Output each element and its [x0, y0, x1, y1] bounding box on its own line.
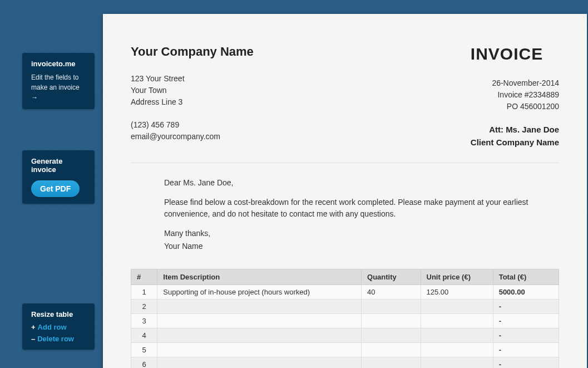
invoice-number[interactable]: Invoice #2334889	[471, 89, 559, 101]
hint-text: Edit the fields to make an invoice →	[31, 72, 86, 102]
table-row: 4-	[131, 328, 559, 343]
get-pdf-button[interactable]: Get PDF	[31, 180, 80, 197]
cell-total[interactable]: -	[493, 343, 559, 357]
table-row: 6-	[131, 357, 559, 369]
brand-title: invoiceto.me	[31, 60, 86, 68]
separator	[131, 163, 559, 163]
letter-signer[interactable]: Your Name	[164, 241, 537, 252]
client-att[interactable]: Att: Ms. Jane Doe	[471, 124, 559, 136]
table-row: 5-	[131, 343, 559, 357]
cell-qty[interactable]	[362, 343, 421, 357]
col-desc-header: Item Description	[157, 269, 362, 285]
cell-total[interactable]: -	[493, 328, 559, 343]
col-qty-header: Quantity	[362, 269, 421, 285]
company-name-field[interactable]: Your Company Name	[131, 45, 254, 59]
letter-body[interactable]: Dear Ms. Jane Doe, Please find below a c…	[164, 177, 537, 252]
col-total-header: Total (€)	[493, 269, 559, 285]
invoice-date[interactable]: 26-November-2014	[471, 77, 559, 89]
cell-unit[interactable]	[421, 357, 493, 369]
cell-desc[interactable]	[157, 300, 362, 314]
cell-desc[interactable]	[157, 357, 362, 369]
sidebar-intro: invoiceto.me Edit the fields to make an …	[22, 53, 95, 109]
cell-unit[interactable]	[421, 328, 493, 343]
cell-unit[interactable]	[421, 300, 493, 314]
cell-desc[interactable]	[157, 343, 362, 357]
cell-total[interactable]: -	[493, 300, 559, 314]
table-row: 2-	[131, 300, 559, 314]
cell-unit[interactable]	[421, 314, 493, 328]
cell-qty[interactable]	[362, 314, 421, 328]
cell-total[interactable]: -	[493, 314, 559, 328]
col-num-header: #	[131, 269, 157, 285]
cell-total[interactable]: 5000.00	[493, 285, 559, 300]
sidebar-resize: Resize table +Add row –Delete row	[22, 303, 95, 350]
cell-qty[interactable]: 40	[362, 285, 421, 300]
cell-desc[interactable]: Supporting of in-house project (hours wo…	[157, 285, 362, 300]
cell-unit[interactable]: 125.00	[421, 285, 493, 300]
address-line-3[interactable]: Address Line 3	[131, 96, 254, 108]
delete-row-button[interactable]: –Delete row	[31, 335, 86, 343]
invoice-paper: Your Company Name 123 Your Street Your T…	[103, 14, 587, 368]
email-field[interactable]: email@yourcompany.com	[131, 131, 254, 143]
address-line-1[interactable]: 123 Your Street	[131, 73, 254, 85]
address-line-2[interactable]: Your Town	[131, 85, 254, 96]
cell-num: 3	[131, 314, 157, 328]
client-company[interactable]: Client Company Name	[471, 136, 559, 149]
cell-num: 1	[131, 285, 157, 300]
cell-desc[interactable]	[157, 314, 362, 328]
letter-thanks[interactable]: Many thanks,	[164, 228, 537, 239]
cell-num: 6	[131, 357, 157, 369]
table-row: 3-	[131, 314, 559, 328]
col-unit-header: Unit price (€)	[421, 269, 493, 285]
table-header-row: # Item Description Quantity Unit price (…	[131, 269, 559, 285]
table-row: 1Supporting of in-house project (hours w…	[131, 285, 559, 300]
cell-qty[interactable]	[362, 357, 421, 369]
add-row-button[interactable]: +Add row	[31, 323, 86, 331]
cell-num: 2	[131, 300, 157, 314]
cell-desc[interactable]	[157, 328, 362, 343]
invoice-title: INVOICE	[471, 45, 559, 63]
sidebar-generate: Generate invoice Get PDF	[22, 150, 95, 204]
cell-unit[interactable]	[421, 343, 493, 357]
generate-title: Generate invoice	[31, 157, 86, 174]
cell-num: 4	[131, 328, 157, 343]
cell-num: 5	[131, 343, 157, 357]
letter-greeting[interactable]: Dear Ms. Jane Doe,	[164, 177, 537, 189]
cell-total[interactable]: -	[493, 357, 559, 369]
letter-text[interactable]: Please find below a cost-breakdown for t…	[164, 197, 537, 220]
resize-title: Resize table	[31, 310, 86, 318]
cell-qty[interactable]	[362, 328, 421, 343]
cell-qty[interactable]	[362, 300, 421, 314]
phone-field[interactable]: (123) 456 789	[131, 119, 254, 131]
line-items-table: # Item Description Quantity Unit price (…	[131, 269, 559, 368]
po-number[interactable]: PO 456001200	[471, 101, 559, 112]
